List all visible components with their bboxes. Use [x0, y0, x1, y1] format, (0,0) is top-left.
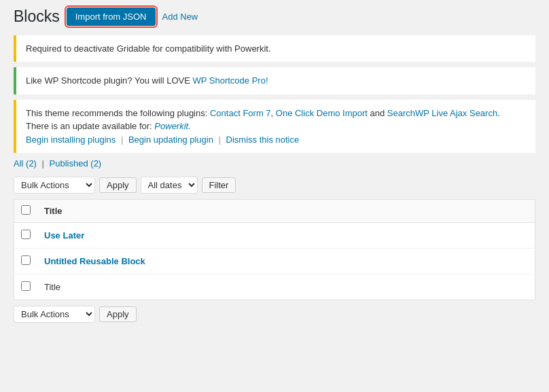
notice-begin-installing-link[interactable]: Begin installing plugins [26, 135, 116, 145]
header-title-label: Title [44, 206, 63, 216]
bottom-filter-bar: Bulk Actions Apply [14, 306, 535, 323]
notice-dismiss-link[interactable]: Dismiss this notice [226, 135, 300, 145]
subsubsub-nav: All (2) | Published (2) [14, 158, 535, 168]
header-checkbox-col [14, 200, 38, 223]
footer-title-col: Title [37, 274, 535, 300]
table-row: Untitled Reusable Block [14, 249, 535, 274]
bulk-actions-bottom-select[interactable]: Bulk Actions [14, 306, 95, 323]
blocks-table: Title Use Later Untitled Reusable Block [14, 199, 535, 300]
row-title-col-1: Use Later [37, 223, 535, 249]
notice-update-link[interactable]: Powerkit. [154, 121, 190, 131]
apply-top-button[interactable]: Apply [99, 177, 137, 193]
notice-update-prefix: There is an update available for: [26, 121, 154, 131]
header-title-col: Title [37, 200, 535, 223]
page-title: Blocks [14, 7, 60, 27]
filter-published-link[interactable]: Published (2) [50, 158, 102, 168]
notice-gridable: Required to deactivate Gridable for comp… [14, 35, 535, 63]
notice-shortcode-link[interactable]: WP Shortcode Pro! [192, 75, 268, 86]
filter-all-link[interactable]: All (2) [14, 158, 37, 168]
notice-plugin-one-click-demo[interactable]: One Click Demo Import [276, 108, 368, 118]
footer-checkbox-col [14, 274, 38, 300]
row-checkbox-col-1 [14, 223, 38, 249]
row-title-link-2[interactable]: Untitled Reusable Block [44, 256, 145, 266]
notice-shortcode: Like WP Shortcode plugin? You will LOVE … [14, 67, 535, 94]
footer-title-label: Title [44, 282, 60, 292]
notice-plugin-searchwp[interactable]: SearchWP Live Ajax Search [387, 108, 497, 118]
filter-button[interactable]: Filter [202, 177, 236, 193]
notice-gridable-text: Required to deactivate Gridable for comp… [26, 42, 526, 56]
row-title-col-2: Untitled Reusable Block [37, 249, 535, 274]
notice-plugins-prefix: This theme recommends the following plug… [26, 108, 210, 118]
bulk-actions-top-select[interactable]: Bulk Actions [14, 177, 95, 194]
notice-plugin-contact-form-7[interactable]: Contact Form 7 [210, 108, 271, 118]
row-title-link-1[interactable]: Use Later [44, 230, 84, 240]
page-header: Blocks Import from JSON Add New [14, 7, 535, 27]
top-filter-bar: Bulk Actions Apply All dates Filter [14, 177, 535, 194]
apply-bottom-button[interactable]: Apply [99, 306, 137, 322]
row-checkbox-2[interactable] [21, 255, 31, 265]
row-checkbox-1[interactable] [21, 230, 31, 239]
table-header-row: Title [14, 200, 535, 223]
select-all-checkbox-footer[interactable] [21, 281, 31, 291]
add-new-link[interactable]: Add New [162, 8, 198, 25]
table-footer-title-row: Title [14, 274, 535, 300]
notice-begin-updating-link[interactable]: Begin updating plugin [128, 135, 213, 145]
notice-shortcode-prefix: Like WP Shortcode plugin? You will LOVE [26, 75, 192, 86]
import-from-json-button[interactable]: Import from JSON [67, 7, 156, 26]
table-row: Use Later [14, 223, 535, 249]
select-all-checkbox-top[interactable] [21, 205, 31, 215]
dates-filter-select[interactable]: All dates [141, 177, 198, 194]
row-checkbox-col-2 [14, 249, 38, 274]
notice-plugins: This theme recommends the following plug… [14, 100, 535, 154]
